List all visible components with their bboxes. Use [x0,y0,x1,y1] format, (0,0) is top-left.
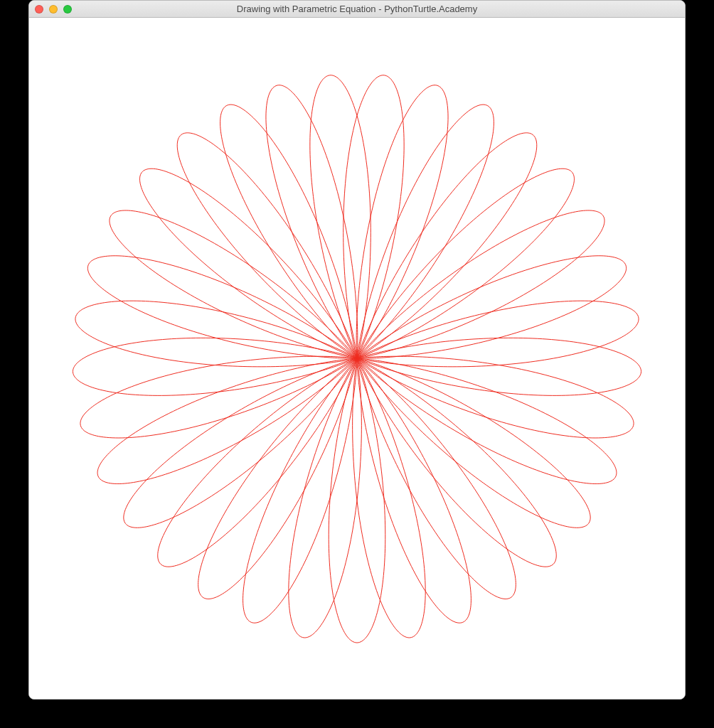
close-icon[interactable] [35,5,43,14]
zoom-icon[interactable] [63,5,72,14]
parametric-plot [29,18,685,699]
window-title: Drawing with Parametric Equation - Pytho… [29,4,685,14]
minimize-icon[interactable] [49,5,58,14]
parametric-curve [73,75,641,643]
drawing-canvas [29,18,685,699]
app-window: Drawing with Parametric Equation - Pytho… [28,0,686,700]
traffic-lights [35,5,72,14]
titlebar[interactable]: Drawing with Parametric Equation - Pytho… [29,1,685,18]
